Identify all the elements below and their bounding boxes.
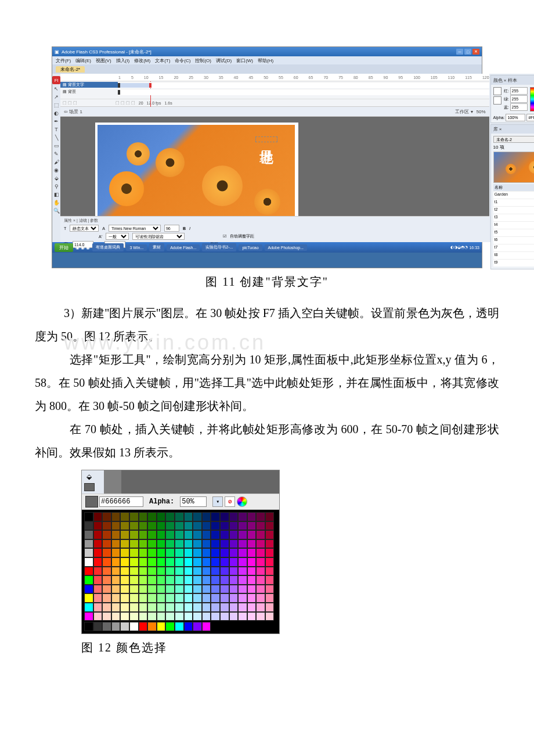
palette-bottom-cell[interactable]	[147, 622, 157, 631]
timeline-layer-row[interactable]: ▤背景	[60, 88, 489, 95]
palette-cell[interactable]	[184, 612, 193, 621]
palette-cell[interactable]	[165, 539, 175, 549]
palette-cell[interactable]	[211, 575, 220, 585]
palette-cell[interactable]	[147, 603, 157, 612]
palette-cell[interactable]	[202, 612, 211, 621]
palette-cell[interactable]	[256, 575, 265, 585]
close-button[interactable]: ✕	[472, 49, 479, 55]
palette-bottom-cell[interactable]	[84, 622, 93, 631]
palette-cell[interactable]	[93, 548, 103, 557]
palette-cell[interactable]	[139, 512, 148, 521]
palette-cell[interactable]	[147, 512, 157, 521]
paint-bucket-tool-icon[interactable]: ⬙	[53, 175, 60, 182]
palette-cell[interactable]	[93, 593, 103, 603]
palette-cell[interactable]	[265, 557, 275, 567]
palette-cell[interactable]	[256, 612, 265, 621]
palette-cell[interactable]	[84, 603, 93, 612]
green-input[interactable]	[510, 95, 528, 103]
current-color-swatch[interactable]	[84, 483, 95, 491]
palette-cell[interactable]	[139, 593, 148, 603]
palette-cell[interactable]	[184, 585, 193, 594]
menu-edit[interactable]: 编辑(E)	[75, 57, 91, 64]
palette-cell[interactable]	[193, 603, 202, 612]
palette-cell[interactable]	[184, 603, 193, 612]
palette-bottom-cell[interactable]	[184, 622, 193, 631]
palette-cell[interactable]	[229, 521, 239, 531]
palette-cell[interactable]	[84, 575, 93, 585]
palette-cell[interactable]	[175, 530, 184, 539]
library-item[interactable]: t6位图	[493, 236, 534, 244]
library-item[interactable]: t7位图	[493, 244, 534, 251]
menu-debug[interactable]: 调试(D)	[216, 57, 232, 64]
blue-input[interactable]	[510, 103, 528, 111]
palette-cell[interactable]	[139, 521, 148, 531]
palette-cell[interactable]	[175, 575, 184, 585]
ink-bottle-tool-icon[interactable]: ◉	[53, 167, 60, 174]
fill-swatch[interactable]	[493, 96, 501, 105]
palette-cell[interactable]	[157, 539, 166, 549]
palette-cell[interactable]	[102, 521, 111, 531]
no-color-icon[interactable]: ⊘	[225, 496, 235, 507]
system-tray[interactable]: ◐◑◒◓◔16:33	[450, 245, 479, 250]
palette-cell[interactable]	[129, 539, 139, 549]
palette-cell[interactable]	[165, 612, 175, 621]
palette-cell[interactable]	[211, 512, 220, 521]
palette-cell[interactable]	[229, 557, 239, 567]
palette-cell[interactable]	[256, 593, 265, 603]
palette-cell[interactable]	[202, 603, 211, 612]
palette-cell[interactable]	[93, 512, 103, 521]
stroke-swatch[interactable]	[493, 87, 501, 95]
paint-bucket-icon[interactable]: ⬙	[84, 473, 93, 481]
palette-bottom-cell[interactable]	[157, 622, 166, 631]
palette-cell[interactable]	[202, 512, 211, 521]
palette-cell[interactable]	[165, 593, 175, 603]
palette-cell[interactable]	[247, 521, 257, 531]
palette-bottom-cell[interactable]	[165, 622, 175, 631]
hand-tool-icon[interactable]: ✋	[53, 199, 60, 206]
palette-cell[interactable]	[265, 612, 275, 621]
palette-cell[interactable]	[129, 548, 139, 557]
library-item[interactable]: t1位图	[493, 199, 534, 206]
palette-cell[interactable]	[184, 521, 193, 531]
stage[interactable]: 世界地	[60, 117, 489, 216]
palette-cell[interactable]	[265, 575, 275, 585]
palette-cell[interactable]	[111, 548, 121, 557]
menu-control[interactable]: 控制(O)	[195, 57, 211, 64]
palette-cell[interactable]	[120, 521, 129, 531]
palette-cell[interactable]	[211, 548, 220, 557]
palette-cell[interactable]	[184, 575, 193, 585]
brush-tool-icon[interactable]: 🖌	[53, 159, 60, 165]
palette-cell[interactable]	[238, 603, 247, 612]
palette-cell[interactable]	[238, 575, 247, 585]
palette-cell[interactable]	[93, 557, 103, 567]
palette-cell[interactable]	[211, 612, 220, 621]
palette-cell[interactable]	[165, 557, 175, 567]
palette-cell[interactable]	[102, 585, 111, 594]
dropdown-icon[interactable]: ▾	[212, 496, 223, 507]
line-tool-icon[interactable]: ╲	[53, 134, 60, 141]
palette-bottom-cell[interactable]	[139, 622, 148, 631]
palette-cell[interactable]	[84, 612, 93, 621]
taskbar-item[interactable]: picTucao	[239, 244, 262, 251]
pencil-tool-icon[interactable]: ✎	[53, 150, 60, 157]
palette-cell[interactable]	[256, 603, 265, 612]
palette-cell[interactable]	[147, 557, 157, 567]
onion-icons[interactable]: ⬚ ⬚ ⬚ ⬚	[116, 100, 135, 105]
palette-bottom-row[interactable]	[84, 622, 277, 631]
palette-cell[interactable]	[129, 585, 139, 594]
auto-kern-checkbox[interactable]: ☑	[223, 234, 226, 239]
palette-cell[interactable]	[93, 530, 103, 539]
palette-cell[interactable]	[111, 512, 121, 521]
taskbar-item[interactable]: 3 Win...	[126, 244, 147, 251]
palette-cell[interactable]	[111, 575, 121, 585]
library-item[interactable]: t8位图	[493, 251, 534, 259]
palette-cell[interactable]	[193, 567, 202, 576]
palette-cell[interactable]	[157, 548, 166, 557]
palette-cell[interactable]	[184, 557, 193, 567]
palette-cell[interactable]	[265, 593, 275, 603]
maximize-button[interactable]: □	[464, 49, 471, 55]
palette-cell[interactable]	[202, 521, 211, 531]
palette-cell[interactable]	[129, 521, 139, 531]
palette-cell[interactable]	[184, 530, 193, 539]
palette-bottom-cell[interactable]	[202, 622, 211, 631]
